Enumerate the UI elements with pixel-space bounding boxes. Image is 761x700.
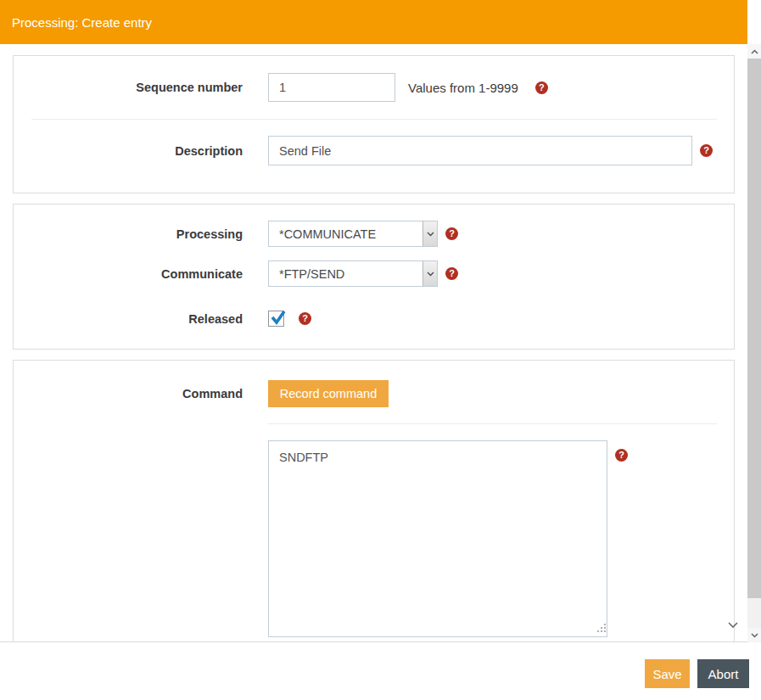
processing-selected-value: *COMMUNICATE <box>269 221 422 246</box>
sequence-number-hint: Values from 1-9999 <box>408 81 518 95</box>
sequence-number-label: Sequence number <box>14 81 268 94</box>
scroll-up-button[interactable] <box>747 44 761 59</box>
help-glyph: ? <box>539 83 545 92</box>
description-label: Description <box>14 144 268 158</box>
processing-select[interactable]: *COMMUNICATE <box>268 221 438 247</box>
command-text-row: SNDFTP ? <box>14 440 734 637</box>
released-row: Released ? <box>14 311 734 327</box>
scrollbar-track[interactable] <box>747 598 761 628</box>
help-glyph: ? <box>449 229 455 238</box>
communicate-label: Communicate <box>14 267 268 281</box>
command-textarea[interactable]: SNDFTP <box>268 440 607 637</box>
dialog-footer: Save Abort <box>0 642 761 700</box>
panel-processing: Processing *COMMUNICATE ? Communicate *F… <box>13 204 735 350</box>
help-glyph: ? <box>449 269 455 278</box>
panel-command: Command Record command SNDFTP <box>13 360 735 642</box>
vertical-scrollbar[interactable] <box>747 0 761 642</box>
command-textarea-wrapper: SNDFTP <box>268 440 607 637</box>
help-icon[interactable]: ? <box>445 267 458 280</box>
released-label: Released <box>14 312 268 326</box>
sequence-number-row: Sequence number Values from 1-9999 ? <box>14 73 734 102</box>
scrollbar-spacer <box>747 0 761 44</box>
help-icon[interactable]: ? <box>299 312 311 325</box>
content-scroll-down-icon[interactable] <box>728 617 738 632</box>
description-row: Description ? <box>14 136 734 165</box>
command-label: Command <box>14 387 268 400</box>
communicate-selected-value: *FTP/SEND <box>269 261 422 286</box>
help-icon[interactable]: ? <box>535 81 548 94</box>
help-icon[interactable]: ? <box>700 144 713 157</box>
released-checkbox[interactable] <box>268 311 284 327</box>
chevron-down-icon <box>422 221 437 246</box>
dialog-body: Sequence number Values from 1-9999 ? Des… <box>0 44 747 642</box>
sequence-number-input[interactable] <box>268 73 395 102</box>
checkmark-icon <box>269 309 288 330</box>
save-button[interactable]: Save <box>645 659 690 688</box>
record-command-button[interactable]: Record command <box>268 380 389 407</box>
processing-label: Processing <box>14 227 268 241</box>
help-glyph: ? <box>618 451 624 460</box>
command-row: Command Record command <box>14 380 734 407</box>
dialog-header: Processing: Create entry <box>0 0 747 44</box>
panel-general: Sequence number Values from 1-9999 ? Des… <box>13 55 735 193</box>
communicate-select[interactable]: *FTP/SEND <box>268 260 438 287</box>
help-icon[interactable]: ? <box>445 227 458 240</box>
scroll-down-button[interactable] <box>747 628 761 642</box>
help-icon[interactable]: ? <box>615 449 628 462</box>
dialog-title: Processing: Create entry <box>12 15 152 30</box>
scrollbar-thumb[interactable] <box>747 59 761 598</box>
divider <box>31 119 717 120</box>
resize-grip-icon[interactable] <box>597 620 606 636</box>
processing-row: Processing *COMMUNICATE ? <box>14 221 734 247</box>
divider <box>268 423 717 424</box>
help-glyph: ? <box>302 314 308 323</box>
description-input[interactable] <box>268 136 692 165</box>
communicate-row: Communicate *FTP/SEND ? <box>14 260 734 287</box>
chevron-down-icon <box>422 261 437 286</box>
help-glyph: ? <box>703 146 709 155</box>
abort-button[interactable]: Abort <box>697 659 749 688</box>
processing-create-entry-dialog: Processing: Create entry Sequence number… <box>0 0 761 700</box>
